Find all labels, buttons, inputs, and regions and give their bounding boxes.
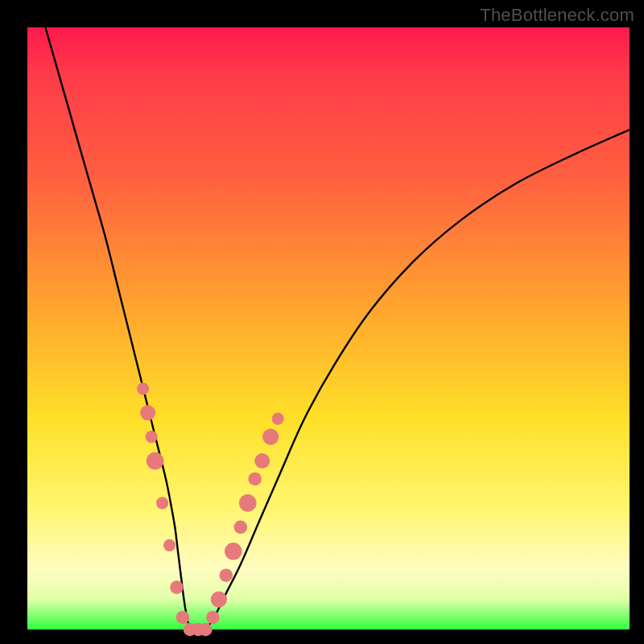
curve-markers	[137, 382, 284, 636]
curve-marker	[225, 543, 242, 560]
curve-marker	[170, 580, 184, 594]
curve-marker	[156, 497, 168, 509]
curve-marker	[220, 568, 233, 582]
curve-marker	[262, 428, 279, 444]
chart-overlay	[27, 27, 630, 630]
curve-marker	[239, 494, 257, 512]
curve-marker	[272, 413, 284, 425]
curve-marker	[137, 382, 149, 394]
curve-marker	[234, 521, 248, 535]
curve-marker	[147, 452, 164, 470]
curve-marker	[199, 623, 213, 637]
curve-marker	[248, 473, 262, 486]
watermark-text: TheBottleneck.com	[480, 5, 634, 26]
curve-marker	[206, 611, 220, 625]
chart-frame: TheBottleneck.com	[0, 0, 644, 644]
bottleneck-curve	[45, 27, 630, 630]
curve-marker	[176, 611, 190, 625]
curve-marker	[146, 431, 158, 443]
curve-marker	[211, 591, 227, 607]
curve-marker	[254, 453, 270, 469]
curve-marker	[163, 539, 175, 551]
curve-marker	[140, 405, 155, 420]
